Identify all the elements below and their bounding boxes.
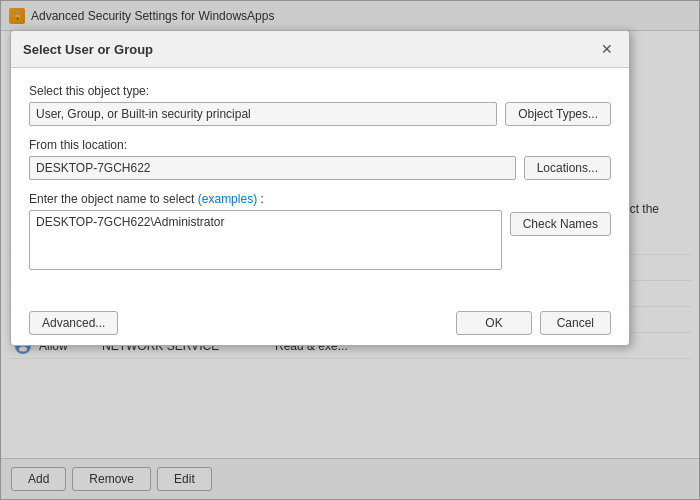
cancel-button[interactable]: Cancel xyxy=(540,311,611,335)
object-type-group: Select this object type: Object Types... xyxy=(29,84,611,126)
location-label: From this location: xyxy=(29,138,611,152)
ok-cancel-group: OK Cancel xyxy=(456,311,611,335)
object-type-row: Object Types... xyxy=(29,102,611,126)
dialog-body: Select this object type: Object Types...… xyxy=(11,68,629,301)
object-name-input-wrap xyxy=(29,210,502,273)
object-types-button[interactable]: Object Types... xyxy=(505,102,611,126)
check-names-button[interactable]: Check Names xyxy=(510,212,611,236)
dialog-bottom-bar: Advanced... OK Cancel xyxy=(11,301,629,345)
ok-button[interactable]: OK xyxy=(456,311,531,335)
object-name-label: Enter the object name to select (example… xyxy=(29,192,611,206)
dialog-overlay: Select User or Group ✕ Select this objec… xyxy=(0,0,700,500)
object-name-textarea[interactable] xyxy=(29,210,502,270)
object-type-input xyxy=(29,102,497,126)
object-name-row: Check Names xyxy=(29,210,611,273)
dialog-titlebar: Select User or Group ✕ xyxy=(11,31,629,68)
location-input xyxy=(29,156,516,180)
location-group: From this location: Locations... xyxy=(29,138,611,180)
select-user-dialog: Select User or Group ✕ Select this objec… xyxy=(10,30,630,346)
object-name-group: Enter the object name to select (example… xyxy=(29,192,611,273)
advanced-button[interactable]: Advanced... xyxy=(29,311,118,335)
dialog-title: Select User or Group xyxy=(23,42,153,57)
object-name-colon: : xyxy=(260,192,263,206)
object-type-label: Select this object type: xyxy=(29,84,611,98)
examples-link[interactable]: (examples) xyxy=(198,192,257,206)
object-name-label-text: Enter the object name to select xyxy=(29,192,194,206)
location-row: Locations... xyxy=(29,156,611,180)
dialog-close-button[interactable]: ✕ xyxy=(597,39,617,59)
locations-button[interactable]: Locations... xyxy=(524,156,611,180)
